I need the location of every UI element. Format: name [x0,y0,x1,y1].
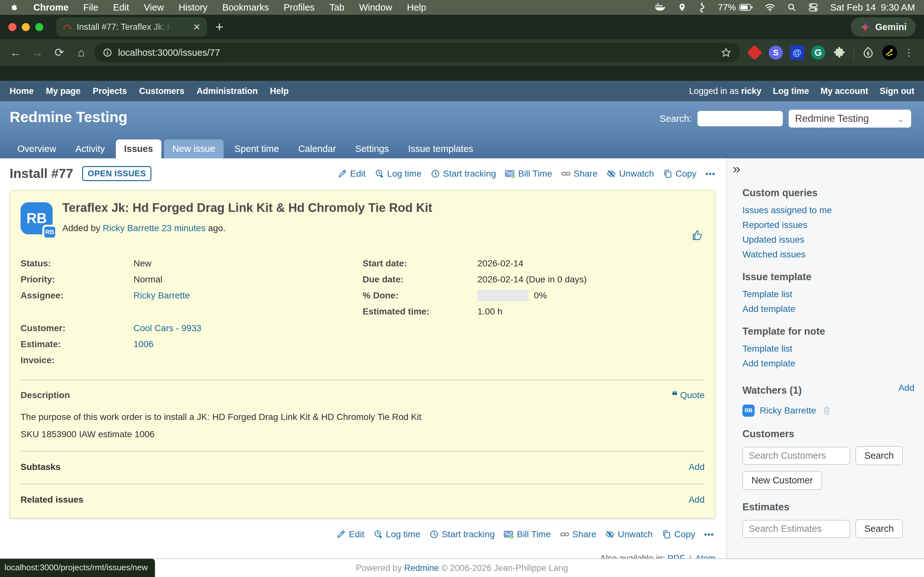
watcher-name-link[interactable]: Ricky Barrette [760,406,816,416]
menubar-item-profiles[interactable]: Profiles [284,2,315,13]
extensions-puzzle-icon[interactable] [832,45,846,60]
menubar-item-history[interactable]: History [179,2,208,13]
topmenu-home[interactable]: Home [10,86,34,96]
search-customers-input[interactable] [742,447,850,465]
menubar-item-edit[interactable]: Edit [113,2,129,13]
estimate-link[interactable]: 1006 [134,339,153,349]
add-watcher-button[interactable]: Add [898,383,914,393]
maximize-window-button[interactable] [35,23,43,31]
more-actions-button[interactable]: ••• [704,530,714,539]
sidebar-item-updated-issues[interactable]: Updated issues [742,235,914,245]
added-time-link[interactable]: 23 minutes [162,223,206,233]
note-add-template-link[interactable]: Add template [742,358,914,369]
log-time-button[interactable]: Log time [375,169,422,179]
copy-button[interactable]: Copy [662,529,695,540]
reload-button[interactable]: ⟳ [51,44,68,61]
minimize-window-button[interactable] [22,23,30,31]
site-info-icon[interactable] [103,48,112,57]
collapse-sidebar-icon[interactable]: » [733,162,914,176]
logged-in-user[interactable]: ricky [741,86,761,96]
topmenu-log-time[interactable]: Log time [773,86,809,96]
delete-watcher-icon[interactable] [821,405,832,416]
assignee-link[interactable]: Ricky Barrette [134,290,190,300]
menubar-item-bookmarks[interactable]: Bookmarks [222,2,269,13]
gemini-button[interactable]: Gemini [851,17,916,37]
start-tracking-button[interactable]: Start tracking [429,529,495,540]
thumbs-up-icon[interactable] [691,229,703,243]
address-bar[interactable]: localhost:3000/issues/77 [94,43,740,62]
tab-settings[interactable]: Settings [347,139,397,158]
search-customers-button[interactable]: Search [855,446,903,465]
performance-leaf-icon[interactable] [861,45,875,60]
grammarly-icon[interactable]: G [811,45,825,60]
log-time-button[interactable]: Log time [373,529,420,540]
project-select[interactable]: Redmine Testing ⌄ [788,110,911,127]
topmenu-my-account[interactable]: My account [821,86,868,96]
menubar-item-tab[interactable]: Tab [330,2,344,13]
note-template-list-link[interactable]: Template list [742,343,914,354]
menubar-item-file[interactable]: File [83,2,99,13]
topmenu-help[interactable]: Help [270,86,289,96]
extension-red-icon[interactable] [748,45,762,60]
customer-link[interactable]: Cool Cars - 9933 [134,323,202,333]
add-related-issue-button[interactable]: Add [688,495,704,505]
topmenu-administration[interactable]: Administration [197,86,258,96]
unwatch-button[interactable]: Unwatch [605,529,653,540]
tab-new-issue[interactable]: New issue [164,139,224,158]
menubar-item-window[interactable]: Window [359,2,392,13]
menubar-item-help[interactable]: Help [407,2,426,13]
start-tracking-button[interactable]: Start tracking [431,169,496,179]
share-button[interactable]: Share [561,169,598,179]
topmenu-sign-out[interactable]: Sign out [880,86,914,96]
bill-time-button[interactable]: Bill Time [505,169,552,179]
tab-activity[interactable]: Activity [67,139,113,158]
author-link[interactable]: Ricky Barrette [103,223,159,233]
search-estimates-input[interactable] [742,520,850,538]
control-center-icon[interactable] [809,3,818,12]
wifi-icon[interactable] [765,3,775,11]
spotlight-search-icon[interactable] [787,3,796,12]
edit-button[interactable]: Edit [338,169,365,179]
tab-calendar[interactable]: Calendar [290,139,344,158]
redmine-link[interactable]: Redmine [404,563,439,573]
bookmark-star-icon[interactable] [720,47,732,58]
chrome-menu-icon[interactable]: ⋮ [904,50,914,55]
search-estimates-button[interactable]: Search [855,519,903,538]
sidebar-item-issues-assigned[interactable]: Issues assigned to me [742,205,914,215]
menubar-item-chrome[interactable]: Chrome [33,2,69,13]
topmenu-customers[interactable]: Customers [139,86,184,96]
apple-icon[interactable] [9,3,19,12]
sidebar-item-reported-issues[interactable]: Reported issues [742,220,914,230]
unwatch-button[interactable]: Unwatch [606,169,654,179]
tab-spent-time[interactable]: Spent time [226,139,288,158]
menubar-item-view[interactable]: View [144,2,164,13]
back-button[interactable]: ← [7,44,24,61]
home-button[interactable]: ⌂ [73,44,90,61]
profile-avatar[interactable] [882,45,897,60]
close-window-button[interactable] [8,23,16,31]
docker-icon[interactable] [654,3,666,12]
copy-button[interactable]: Copy [663,169,696,179]
add-template-link[interactable]: Add template [742,304,914,314]
more-actions-button[interactable]: ••• [706,169,716,178]
tab-overview[interactable]: Overview [9,139,65,158]
browser-tab[interactable]: Install #77: Teraflex Jk: Hd Fo ✕ [56,17,207,37]
tab-close-icon[interactable]: ✕ [193,22,200,32]
pin-app-icon[interactable] [678,3,687,12]
tab-issue-templates[interactable]: Issue templates [400,139,481,158]
extension-s-icon[interactable]: S [769,45,783,60]
sidebar-item-watched-issues[interactable]: Watched issues [742,250,914,259]
tab-issues[interactable]: Issues [116,139,162,158]
forward-button[interactable]: → [29,44,46,61]
menubar-clock[interactable]: Sat Feb 14 9:30 AM [830,2,915,13]
extension-lock-icon[interactable]: @ [790,45,804,60]
edit-button[interactable]: Edit [336,529,364,540]
share-button[interactable]: Share [560,529,596,540]
open-issues-badge[interactable]: OPEN ISSUES [82,166,152,181]
topmenu-my-page[interactable]: My page [46,86,81,96]
pdf-link[interactable]: PDF [667,554,685,558]
topmenu-projects[interactable]: Projects [93,86,127,96]
bill-time-button[interactable]: Bill Time [504,529,551,540]
snake-app-icon[interactable] [699,2,706,13]
new-customer-button[interactable]: New Customer [742,471,822,490]
